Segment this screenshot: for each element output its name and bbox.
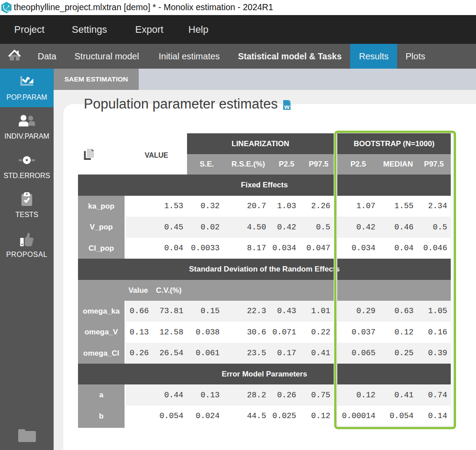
svg-text:w: w xyxy=(284,103,290,110)
